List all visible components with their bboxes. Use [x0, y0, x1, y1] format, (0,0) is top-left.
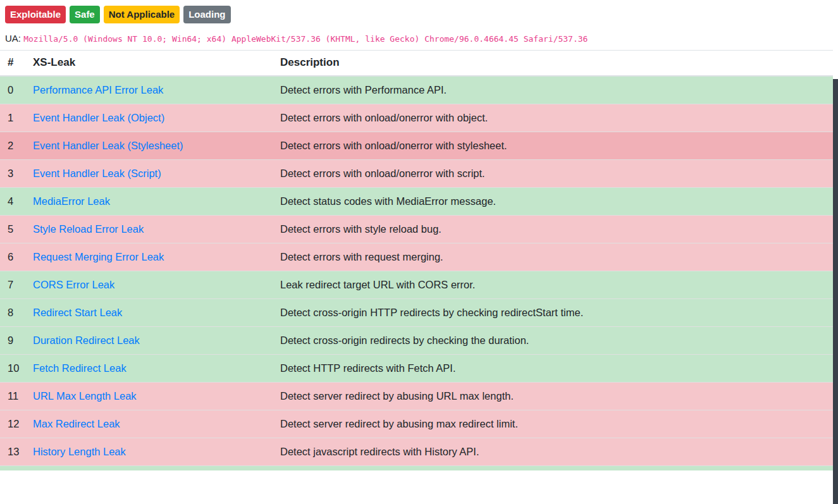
table-row-partial — [0, 466, 833, 470]
row-index: 7 — [0, 271, 25, 299]
row-index: 0 — [0, 76, 25, 104]
row-name-cell: Duration Redirect Leak — [25, 327, 273, 355]
row-name-cell: MediaError Leak — [25, 188, 273, 216]
table-row-10: 10Fetch Redirect LeakDetect HTTP redirec… — [0, 355, 833, 383]
row-index: 4 — [0, 188, 25, 216]
row-index: 10 — [0, 355, 25, 383]
row-index: 5 — [0, 216, 25, 243]
xsleak-link[interactable]: Max Redirect Leak — [33, 418, 120, 429]
row-description: Detect cross-origin redirects by checkin… — [273, 327, 833, 355]
table-row-11: 11URL Max Length LeakDetect server redir… — [0, 383, 833, 410]
row-index: 2 — [0, 132, 25, 160]
xsleak-link[interactable]: CORS Error Leak — [33, 279, 114, 290]
xsleak-link[interactable]: Fetch Redirect Leak — [33, 362, 126, 374]
scrollbar-thumb[interactable] — [833, 79, 838, 504]
table-row-1: 1Event Handler Leak (Object)Detect error… — [0, 104, 833, 132]
row-index: 1 — [0, 104, 25, 132]
row-name-cell: Style Reload Error Leak — [25, 216, 273, 243]
xsleak-link[interactable]: History Length Leak — [33, 446, 126, 457]
row-name-cell: Event Handler Leak (Stylesheet) — [25, 132, 273, 160]
xsleak-link[interactable]: Event Handler Leak (Script) — [33, 168, 161, 179]
xsleak-link[interactable]: Duration Redirect Leak — [33, 335, 140, 346]
row-name-cell: Max Redirect Leak — [25, 410, 273, 438]
table-row-9: 9Duration Redirect LeakDetect cross-orig… — [0, 327, 833, 355]
legend-badge-exploitable: Exploitable — [5, 6, 66, 23]
table-row-5: 5Style Reload Error LeakDetect errors wi… — [0, 216, 833, 243]
xsleak-link[interactable]: Performance API Error Leak — [33, 84, 163, 95]
xsleak-link[interactable]: MediaError Leak — [33, 195, 110, 207]
row-name-cell: Event Handler Leak (Object) — [25, 104, 273, 132]
row-index: 6 — [0, 243, 25, 271]
table-row-8: 8Redirect Start LeakDetect cross-origin … — [0, 299, 833, 327]
xsleak-link[interactable]: Style Reload Error Leak — [33, 223, 144, 235]
col-header-xsleak: XS-Leak — [25, 51, 273, 77]
table-row-0: 0Performance API Error LeakDetect errors… — [0, 76, 833, 104]
table-row-7: 7CORS Error LeakLeak redirect target URL… — [0, 271, 833, 299]
row-description: Detect errors with onload/onerror with s… — [273, 132, 833, 160]
row-name-cell: Redirect Start Leak — [25, 299, 273, 327]
row-description: Leak redirect target URL with CORS error… — [273, 271, 833, 299]
table-row-3: 3Event Handler Leak (Script)Detect error… — [0, 160, 833, 188]
table-row-6: 6Request Merging Error LeakDetect errors… — [0, 243, 833, 271]
row-index: 13 — [0, 438, 25, 466]
row-description: Detect status codes with MediaError mess… — [273, 188, 833, 216]
row-index: 11 — [0, 383, 25, 410]
row-description: Detect javascript redirects with History… — [273, 438, 833, 466]
col-header-description: Description — [273, 51, 833, 77]
table-row-2: 2Event Handler Leak (Stylesheet)Detect e… — [0, 132, 833, 160]
row-description: Detect errors with Performance API. — [273, 76, 833, 104]
row-index: 9 — [0, 327, 25, 355]
row-name-cell: Performance API Error Leak — [25, 76, 273, 104]
table-header-row: # XS-Leak Description — [0, 51, 833, 77]
partial-cell — [0, 466, 25, 470]
ua-value: Mozilla/5.0 (Windows NT 10.0; Win64; x64… — [23, 34, 588, 44]
xsleaks-test-page: ExploitableSafeNot ApplicableLoading UA:… — [0, 0, 838, 504]
row-name-cell: CORS Error Leak — [25, 271, 273, 299]
status-legend: ExploitableSafeNot ApplicableLoading — [0, 0, 838, 23]
xsleak-link[interactable]: Redirect Start Leak — [33, 307, 122, 318]
xsleak-link[interactable]: Request Merging Error Leak — [33, 251, 164, 262]
row-description: Detect errors with request merging. — [273, 243, 833, 271]
row-description: Detect errors with onload/onerror with s… — [273, 160, 833, 188]
row-name-cell: History Length Leak — [25, 438, 273, 466]
row-name-cell: Event Handler Leak (Script) — [25, 160, 273, 188]
ua-label: UA: — [5, 33, 21, 44]
row-index: 8 — [0, 299, 25, 327]
legend-badge-safe: Safe — [70, 6, 100, 23]
row-description: Detect server redirect by abusing URL ma… — [273, 383, 833, 410]
table-row-4: 4MediaError LeakDetect status codes with… — [0, 188, 833, 216]
row-description: Detect server redirect by abusing max re… — [273, 410, 833, 438]
col-header-index: # — [0, 51, 25, 77]
row-description: Detect HTTP redirects with Fetch API. — [273, 355, 833, 383]
partial-cell — [273, 466, 833, 470]
legend-badge-not-applicable: Not Applicable — [104, 6, 180, 23]
xsleak-link[interactable]: URL Max Length Leak — [33, 390, 137, 402]
legend-badge-loading: Loading — [183, 6, 230, 23]
user-agent-line: UA: Mozilla/5.0 (Windows NT 10.0; Win64;… — [0, 23, 838, 49]
row-name-cell: Fetch Redirect Leak — [25, 355, 273, 383]
row-description: Detect errors with onload/onerror with o… — [273, 104, 833, 132]
row-index: 3 — [0, 160, 25, 188]
row-name-cell: Request Merging Error Leak — [25, 243, 273, 271]
partial-cell — [25, 466, 273, 470]
row-description: Detect errors with style reload bug. — [273, 216, 833, 243]
xsleak-link[interactable]: Event Handler Leak (Object) — [33, 112, 164, 123]
xsleak-link[interactable]: Event Handler Leak (Stylesheet) — [33, 140, 183, 151]
table-row-13: 13History Length LeakDetect javascript r… — [0, 438, 833, 466]
row-index: 12 — [0, 410, 25, 438]
table-row-12: 12Max Redirect LeakDetect server redirec… — [0, 410, 833, 438]
row-name-cell: URL Max Length Leak — [25, 383, 273, 410]
xsleaks-table: # XS-Leak Description 0Performance API E… — [0, 50, 833, 470]
row-description: Detect cross-origin HTTP redirects by ch… — [273, 299, 833, 327]
